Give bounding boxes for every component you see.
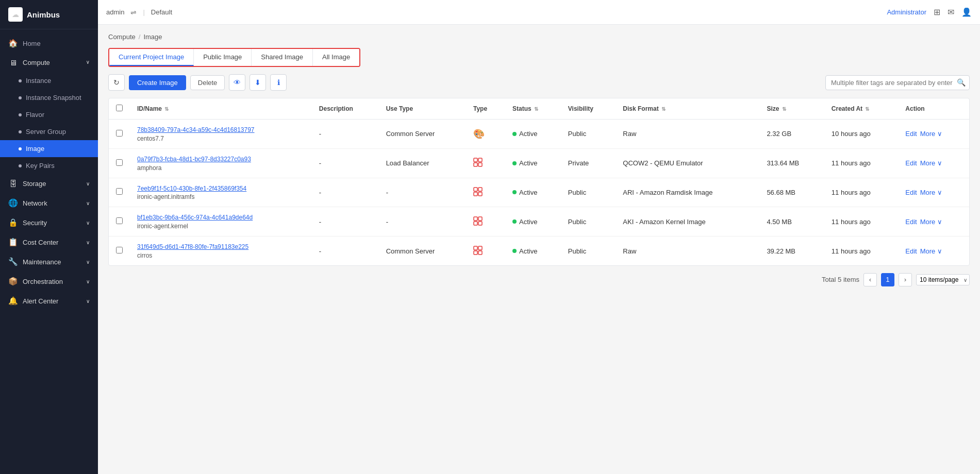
sidebar-item-label: Alert Center [23,297,58,305]
breadcrumb-sep: / [139,33,141,41]
sidebar-item-home[interactable]: 🏠 Home [0,33,98,53]
sort-icon[interactable]: ⇅ [534,106,538,112]
next-page-button[interactable]: › [899,273,912,286]
image-id-link[interactable]: 31f649d5-d6d1-47f8-80fe-7fa91183e225 [137,243,305,251]
page-1-button[interactable]: 1 [881,273,894,286]
more-button[interactable]: More ∨ [920,159,942,167]
image-name: ironic-agent.kernel [137,223,188,230]
cell-visibility: Public [561,236,616,265]
edit-button[interactable]: Edit [905,218,917,226]
sidebar-item-label: Security [23,219,47,227]
cell-status: Active [505,148,561,178]
cell-action: Edit More ∨ [898,236,969,265]
sort-icon[interactable]: ⇅ [164,106,169,112]
images-table: ID/Name ⇅ Description Use Type Type Stat… [108,98,970,266]
breadcrumb: Compute / Image [108,33,970,41]
switch-icon[interactable]: ⇌ [130,8,137,16]
cost-icon: 📋 [8,238,18,247]
content-area: Compute / Image Current Project Image Pu… [98,25,980,474]
status-dot [512,219,517,224]
sort-icon[interactable]: ⇅ [865,106,869,112]
svg-rect-11 [478,222,482,225]
tab-current-project-image[interactable]: Current Project Image [109,49,194,66]
image-id-link[interactable]: 7eeb9f1f-5c10-430b-8fe1-2f435869f354 [137,184,305,193]
cell-size: 2.32 GB [759,120,824,149]
sort-icon[interactable]: ⇅ [661,106,666,112]
refresh-button[interactable]: ↻ [108,74,125,91]
search-icon: 🔍 [957,78,966,87]
image-id-link[interactable]: 78b38409-797a-4c34-a59c-4c4d16813797 [137,126,305,134]
sidebar-item-network[interactable]: 🌐 Network ∨ [0,193,98,213]
row-checkbox[interactable] [116,130,123,137]
row-checkbox[interactable] [116,247,123,253]
tab-shared-image[interactable]: Shared Image [252,49,313,66]
orchestration-icon: 📦 [8,277,18,286]
sidebar-item-storage[interactable]: 🗄 Storage ∨ [0,174,98,193]
sidebar-sub-label: Instance Snapshot [26,94,81,101]
delete-button[interactable]: Delete [190,75,225,90]
dot-icon [19,130,22,133]
image-id-link[interactable]: 0a79f7b3-fcba-48d1-bc97-8d33227c0a93 [137,155,305,164]
topbar-grid-icon[interactable]: ⊞ [934,7,940,17]
row-checkbox[interactable] [116,159,123,166]
eye-button[interactable]: 👁 [229,74,245,91]
search-input[interactable] [825,75,970,90]
table-row: 78b38409-797a-4c34-a59c-4c4d16813797 cen… [109,120,969,149]
sort-icon[interactable]: ⇅ [782,106,786,112]
search-wrapper: 🔍 [825,75,970,90]
select-all-checkbox[interactable] [116,105,123,111]
chevron-down-icon: ∨ [86,259,90,265]
sidebar-item-cost-center[interactable]: 📋 Cost Center ∨ [0,232,98,252]
sidebar-item-instance[interactable]: Instance [0,72,98,89]
col-disk-format: Disk Format ⇅ [616,98,759,120]
col-status: Status ⇅ [505,98,561,120]
download-button[interactable]: ⬇ [250,74,266,91]
sidebar-item-orchestration[interactable]: 📦 Orchestration ∨ [0,272,98,291]
sidebar-item-instance-snapshot[interactable]: Instance Snapshot [0,89,98,106]
sidebar-item-key-pairs[interactable]: Key Pairs [0,157,98,174]
edit-button[interactable]: Edit [905,189,917,196]
sidebar-item-security[interactable]: 🔒 Security ∨ [0,213,98,232]
sidebar-item-alert-center[interactable]: 🔔 Alert Center ∨ [0,291,98,311]
cell-created-at: 11 hours ago [824,148,898,178]
more-button[interactable]: More ∨ [920,218,942,226]
row-checkbox[interactable] [116,217,123,224]
sidebar-item-image[interactable]: Image [0,140,98,157]
sidebar: ☁ Animbus 🏠 Home 🖥 Compute ∧ Instance In… [0,0,98,474]
sidebar-item-label: Home [23,40,41,47]
dot-icon [19,164,22,167]
sidebar-item-label: Maintenance [23,258,61,266]
sidebar-item-compute[interactable]: 🖥 Compute ∧ [0,53,98,72]
topbar-user-icon[interactable]: 👤 [961,7,972,17]
row-checkbox[interactable] [116,188,123,195]
topbar-mail-icon[interactable]: ✉ [948,7,954,17]
more-button[interactable]: More ∨ [920,130,942,138]
cell-size: 56.68 MB [759,178,824,207]
more-button[interactable]: More ∨ [920,189,942,196]
tab-all-image[interactable]: All Image [313,49,359,66]
cell-use-type: - [379,207,466,236]
cell-description: - [312,120,379,149]
sidebar-item-server-group[interactable]: Server Group [0,123,98,140]
cell-created-at: 10 hours ago [824,120,898,149]
edit-button[interactable]: Edit [905,247,917,255]
create-image-button[interactable]: Create Image [129,75,186,90]
tab-public-image[interactable]: Public Image [194,49,252,66]
page-size-select[interactable]: 10 items/page 20 items/page 50 items/pag… [916,274,970,285]
edit-button[interactable]: Edit [905,159,917,167]
image-name: ironic-agent.initramfs [137,193,194,200]
col-created-at: Created At ⇅ [824,98,898,120]
edit-button[interactable]: Edit [905,130,917,138]
image-id-link[interactable]: bf1eb3bc-9b6a-456c-974a-4c641a9de64d [137,213,305,222]
table-row: bf1eb3bc-9b6a-456c-974a-4c641a9de64d iro… [109,207,969,236]
topbar-admin-user[interactable]: Administrator [887,8,926,16]
table-row: 7eeb9f1f-5c10-430b-8fe1-2f435869f354 iro… [109,178,969,207]
info-button[interactable]: ℹ [270,74,287,91]
more-button[interactable]: More ∨ [920,247,942,255]
sidebar-item-flavor[interactable]: Flavor [0,106,98,123]
prev-page-button[interactable]: ‹ [863,273,877,286]
breadcrumb-current: Image [143,33,162,41]
sidebar-item-maintenance[interactable]: 🔧 Maintenance ∨ [0,252,98,272]
breadcrumb-compute[interactable]: Compute [108,33,136,41]
col-use-type: Use Type [379,98,466,120]
